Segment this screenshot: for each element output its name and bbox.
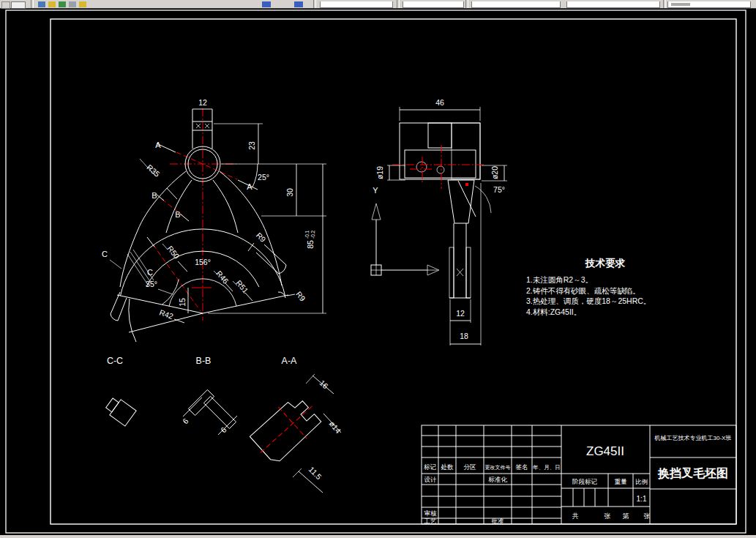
- aa-dim-11-5[interactable]: 11.5: [307, 465, 323, 481]
- toolbar-icon[interactable]: [59, 1, 66, 7]
- toolbar-combo-3[interactable]: [471, 1, 561, 8]
- tech-requirement-item[interactable]: 3.热处理、调质，硬度18～25HRC。: [526, 296, 651, 305]
- tech-requirement-item[interactable]: 4.材料:ZG45II。: [526, 307, 581, 316]
- section-label-b2[interactable]: B: [175, 210, 180, 219]
- row-process: 工艺: [424, 518, 438, 525]
- dim-d20[interactable]: ø20: [490, 166, 499, 179]
- toolbar-button-icon[interactable]: [1, 1, 10, 9]
- section-bb-view[interactable]: 6 6: [181, 389, 237, 435]
- side-view[interactable]: 46 ø19 ø20 75° 12 18 Y: [371, 98, 507, 345]
- aa-dim-d14[interactable]: ø14: [328, 419, 343, 436]
- col-header: 年、月、日: [532, 464, 561, 471]
- toolbar-separator: [31, 0, 34, 8]
- toolbar-icon[interactable]: [262, 1, 271, 7]
- print-icon[interactable]: [11, 1, 26, 9]
- toolbar-combo-4[interactable]: [566, 1, 660, 8]
- toolbar-combo-color[interactable]: [667, 1, 751, 8]
- row-check: 审核: [424, 509, 438, 517]
- dim-85-tol-upper: -0.1: [304, 230, 310, 239]
- toolbar-icon[interactable]: [48, 1, 56, 7]
- row-approve: 批准: [491, 518, 505, 525]
- ucs-icon: Y: [371, 186, 439, 275]
- toolbar-combo-2[interactable]: [403, 1, 464, 8]
- toolbar-icon[interactable]: [69, 1, 76, 7]
- toolbar-icon[interactable]: [79, 1, 86, 7]
- row-standard: 标准化: [488, 476, 507, 483]
- title-block-text: 标记 处数 分区 更改文件号 签名 年、月、日 设计 标准化 审核 工艺 批准 …: [424, 435, 732, 525]
- scale-value: 1:1: [637, 495, 647, 503]
- scale-label: 比例: [635, 478, 648, 485]
- dim-23[interactable]: 23: [247, 141, 256, 150]
- side-view-dimensions[interactable]: [387, 107, 507, 345]
- tech-requirement-item[interactable]: 1.未注圆角R2～3。: [526, 275, 593, 284]
- front-view[interactable]: 12 23 25° 30 85 -0.1 -0.2 156° 35° 15 R3…: [102, 98, 326, 342]
- color-swatch: [671, 3, 690, 6]
- tech-requirements-title[interactable]: 技术要求: [585, 258, 626, 269]
- radius-r51[interactable]: R51: [234, 278, 250, 295]
- section-cc-label[interactable]: C-C: [107, 356, 123, 366]
- dim-12[interactable]: 12: [198, 98, 207, 107]
- toolbar: [0, 0, 756, 9]
- angle-25[interactable]: 25°: [258, 173, 269, 182]
- dim-85[interactable]: 85 -0.1 -0.2: [304, 230, 315, 248]
- centerlines: [153, 108, 237, 321]
- tech-requirement-item[interactable]: 2.铸件不得有砂眼、疏松等缺陷。: [526, 286, 640, 295]
- toolbar-separator: [313, 0, 316, 8]
- section-aa-label[interactable]: A-A: [282, 356, 298, 366]
- angle-75[interactable]: 75°: [493, 185, 505, 194]
- toolbar-separator: [663, 0, 666, 8]
- sheet-total-label: 共: [572, 512, 579, 520]
- cad-canvas[interactable]: 12 23 25° 30 85 -0.1 -0.2 156° 35° 15 R3…: [0, 0, 756, 538]
- section-cc-view[interactable]: [104, 395, 136, 426]
- angle-156[interactable]: 156°: [195, 258, 211, 266]
- angle-35[interactable]: 35°: [146, 280, 157, 288]
- radius-r50[interactable]: R50: [165, 244, 181, 261]
- dim-12-stem[interactable]: 12: [456, 309, 465, 318]
- radius-r9-top[interactable]: R9: [255, 231, 268, 244]
- radius-r35[interactable]: R35: [145, 162, 162, 179]
- col-header: 签名: [516, 463, 528, 471]
- toolbar-icon[interactable]: [38, 1, 45, 7]
- section-bb-label[interactable]: B-B: [196, 356, 212, 366]
- side-view-centerlines: [392, 145, 486, 189]
- toolbar-icon[interactable]: [294, 1, 303, 7]
- bb-dim-6a[interactable]: 6: [181, 416, 190, 426]
- sheet-label: 张: [644, 512, 651, 520]
- radius-r46[interactable]: R46: [214, 269, 231, 285]
- status-strip: [0, 535, 756, 538]
- section-views[interactable]: C-C B-B A-A 6 6: [104, 356, 343, 493]
- toolbar-combo-1[interactable]: [320, 1, 393, 8]
- section-label-a2[interactable]: A: [247, 182, 252, 191]
- sheet-no-label: 第: [623, 512, 629, 520]
- dim-85-value[interactable]: 85: [306, 240, 315, 249]
- dim-85-tol-lower: -0.2: [310, 230, 315, 239]
- radius-r9-right[interactable]: R9: [294, 290, 307, 303]
- section-label-c2[interactable]: C: [147, 268, 153, 277]
- section-label-c1[interactable]: C: [102, 250, 108, 258]
- material-label: ZG45II: [586, 444, 624, 458]
- weight-label: 重量: [615, 478, 628, 485]
- col-header: 分区: [464, 463, 476, 471]
- dim-d19[interactable]: ø19: [375, 166, 384, 179]
- aa-dim-16[interactable]: 16: [318, 378, 330, 391]
- radius-r42[interactable]: R42: [158, 307, 174, 321]
- section-aa-view[interactable]: 16 ø14 11.5: [246, 374, 343, 493]
- sheet-frame: [6, 10, 746, 533]
- tech-requirements[interactable]: 技术要求 1.未注圆角R2～3。 2.铸件不得有砂眼、疏松等缺陷。 3.热处理、…: [526, 258, 651, 316]
- dim-15[interactable]: 15: [178, 298, 187, 307]
- drawing-title: 换挡叉毛坯图: [657, 467, 728, 480]
- section-label-a1[interactable]: A: [155, 141, 161, 149]
- side-view-labels[interactable]: 46 ø19 ø20 75° 12 18: [375, 98, 505, 340]
- ucs-y-label: Y: [373, 186, 378, 195]
- dim-18[interactable]: 18: [460, 332, 468, 340]
- toolbar-separator: [397, 0, 400, 8]
- col-header: 标记: [424, 463, 437, 471]
- front-view-dimensions[interactable]: [110, 109, 326, 323]
- side-view-body[interactable]: [400, 123, 480, 298]
- dim-46[interactable]: 46: [435, 98, 444, 107]
- fork-outline[interactable]: [111, 109, 288, 342]
- dim-30[interactable]: 30: [285, 188, 294, 197]
- section-label-b1[interactable]: B: [151, 191, 157, 200]
- stage-mark-label: 阶段标记: [572, 478, 598, 485]
- org-label: 机械工艺技术专业机工30-X班: [654, 435, 732, 441]
